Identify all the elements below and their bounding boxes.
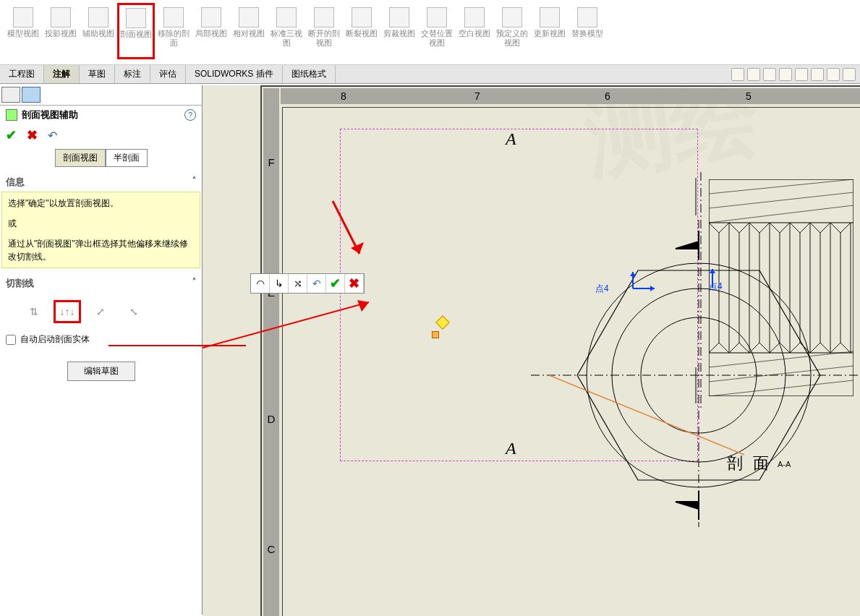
view-tool-4-icon[interactable] <box>779 68 792 81</box>
dim-point-4[interactable]: 点4 <box>595 283 609 295</box>
section-view-subtitle: A-A <box>778 460 791 469</box>
mode-tabs: 剖面视图 半剖面 <box>0 149 202 167</box>
view-tool-8-icon[interactable] <box>843 68 856 81</box>
ribbon-alternate-position[interactable]: 交替位置视图 <box>418 3 456 59</box>
ribbon-standard-3view[interactable]: 标准三视图 <box>268 3 305 59</box>
predefined-view-icon <box>502 7 522 27</box>
view-tool-6-icon[interactable] <box>811 68 824 81</box>
mode-tab-half[interactable]: 半剖面 <box>106 149 148 167</box>
model-view-icon <box>13 7 33 27</box>
sketch-endpoint[interactable] <box>432 331 439 338</box>
view-tool-2-icon[interactable] <box>747 68 760 81</box>
popup-arc-offset-button[interactable]: ◠ <box>251 274 270 293</box>
auto-start-check[interactable]: 自动启动剖面实体 <box>0 330 202 348</box>
tab-sw-addins[interactable]: SOLIDWORKS 插件 <box>186 65 283 83</box>
ribbon-predefined-view[interactable]: 预定义的视图 <box>493 3 531 59</box>
zone-col-5: 5 <box>743 88 754 104</box>
drawing-view-1[interactable]: A A 点4 <box>340 129 698 461</box>
edit-sketch-button[interactable]: 编辑草图 <box>67 362 135 381</box>
svg-line-20 <box>709 366 853 382</box>
pm-tab-feature-icon[interactable] <box>1 87 20 103</box>
svg-marker-28 <box>710 269 715 273</box>
popup-ok-button[interactable]: ✔ <box>326 274 345 293</box>
auxiliary-view-icon <box>88 7 108 27</box>
popup-cancel-button[interactable]: ✖ <box>345 274 364 293</box>
watermark: 天 <box>203 282 203 411</box>
info-box: 选择"确定"以放置剖面视图。 或 通过从"剖面视图"弹出框选择其他偏移来继续修改… <box>1 192 200 268</box>
svg-line-21 <box>709 380 853 396</box>
ribbon-relative-view[interactable]: 相对视图 <box>230 3 268 59</box>
tab-annotation[interactable]: 注解 <box>44 65 80 83</box>
ribbon-toolbar: 模型视图 投影视图 辅助视图 剖面视图 移除的剖面 局部视图 相对视图 标准三视… <box>0 0 860 65</box>
ribbon-blank-view[interactable]: 空白视图 <box>456 3 493 59</box>
blue-triad-2-icon[interactable] <box>702 266 745 302</box>
ribbon-auxiliary-view[interactable]: 辅助视图 <box>80 3 117 59</box>
tab-markup[interactable]: 标注 <box>115 65 150 83</box>
ribbon-removed-section[interactable]: 移除的剖面 <box>155 3 192 59</box>
section-label-a-bot: A <box>506 439 516 458</box>
cancel-button[interactable]: ✖ <box>27 127 38 143</box>
info-line1: 选择"确定"以放置剖面视图。 <box>8 197 194 210</box>
replace-model-icon <box>577 7 597 27</box>
tab-evaluate[interactable]: 评估 <box>150 65 186 83</box>
break-view-icon <box>352 7 372 27</box>
relative-view-icon <box>239 7 259 27</box>
view-tool-1-icon[interactable] <box>731 68 744 81</box>
view-tool-5-icon[interactable] <box>795 68 808 81</box>
alternate-position-icon <box>427 7 447 27</box>
projected-view-icon <box>51 7 71 27</box>
help-icon[interactable]: ? <box>184 109 196 121</box>
ribbon-broken-out-section[interactable]: 断开的剖视图 <box>305 3 343 59</box>
popup-single-offset-button[interactable]: ↳ <box>270 274 289 293</box>
view-tool-3-icon[interactable] <box>763 68 776 81</box>
pm-tab-property-icon[interactable] <box>22 87 41 103</box>
svg-line-19 <box>709 351 853 367</box>
section-view-title: 剖 面 <box>727 453 772 474</box>
info-or: 或 <box>8 217 194 230</box>
auto-start-checkbox[interactable] <box>6 335 16 345</box>
ribbon-detail-view[interactable]: 局部视图 <box>192 3 230 59</box>
zone-col-8: 8 <box>338 88 349 104</box>
ribbon-crop-view[interactable]: 剪裁视图 <box>380 3 418 59</box>
crop-view-icon <box>389 7 409 27</box>
section-assist-icon <box>6 109 17 121</box>
cutline-aux-button[interactable]: ⤢ <box>87 300 114 323</box>
info-header[interactable]: 信息˄ <box>0 173 202 192</box>
standard-3view-icon <box>276 7 297 27</box>
property-manager: 剖面视图辅助 ? ✔ ✖ ↶ 剖面视图 半剖面 信息˄ 选择"确定"以放置剖面视… <box>0 85 203 615</box>
ribbon-update-view[interactable]: 更新视图 <box>531 3 569 59</box>
svg-marker-14 <box>630 272 636 276</box>
cutline-horizontal-button[interactable]: ↓↑↓ <box>54 300 81 323</box>
zone-row-c: C <box>263 542 279 555</box>
ribbon-model-view[interactable]: 模型视图 <box>4 3 42 59</box>
ok-button[interactable]: ✔ <box>6 127 17 143</box>
zone-col-7: 7 <box>472 88 483 104</box>
svg-marker-9 <box>676 502 699 509</box>
mode-tab-section[interactable]: 剖面视图 <box>55 149 106 167</box>
ribbon-section-view[interactable]: 剖面视图 <box>117 3 155 59</box>
section-view-icon <box>126 8 146 28</box>
tab-sheet-format[interactable]: 图纸格式 <box>283 65 336 83</box>
popup-undo-button[interactable]: ↶ <box>307 274 326 293</box>
drawing-canvas[interactable]: 天 测绘 8 7 6 5 F E D C <box>203 85 860 616</box>
svg-line-18 <box>709 205 853 223</box>
tab-sketch[interactable]: 草图 <box>80 65 115 83</box>
view-tools <box>727 65 860 83</box>
svg-marker-12 <box>650 286 655 291</box>
broken-out-section-icon <box>314 7 334 27</box>
update-view-icon <box>540 7 560 27</box>
ribbon-replace-model[interactable]: 替换模型 <box>569 3 606 59</box>
cutline-vertical-button[interactable]: ⇅ <box>20 300 48 323</box>
cutline-header[interactable]: 切割线˄ <box>0 274 202 293</box>
command-tabbar: 工程图 注解 草图 标注 评估 SOLIDWORKS 插件 图纸格式 <box>0 65 860 84</box>
popup-notch-offset-button[interactable]: ⤭ <box>289 274 307 293</box>
ribbon-break-view[interactable]: 断裂视图 <box>343 3 380 59</box>
ribbon-projected-view[interactable]: 投影视图 <box>42 3 80 59</box>
cutline-aligned-button[interactable]: ⤡ <box>120 300 148 323</box>
view-tool-7-icon[interactable] <box>827 68 840 81</box>
chevron-up-icon: ˄ <box>192 176 196 189</box>
blue-triad-icon[interactable] <box>618 270 662 307</box>
tab-drawing[interactable]: 工程图 <box>0 65 44 83</box>
undo-button[interactable]: ↶ <box>48 129 57 142</box>
sketch-point-marker[interactable] <box>435 315 450 330</box>
